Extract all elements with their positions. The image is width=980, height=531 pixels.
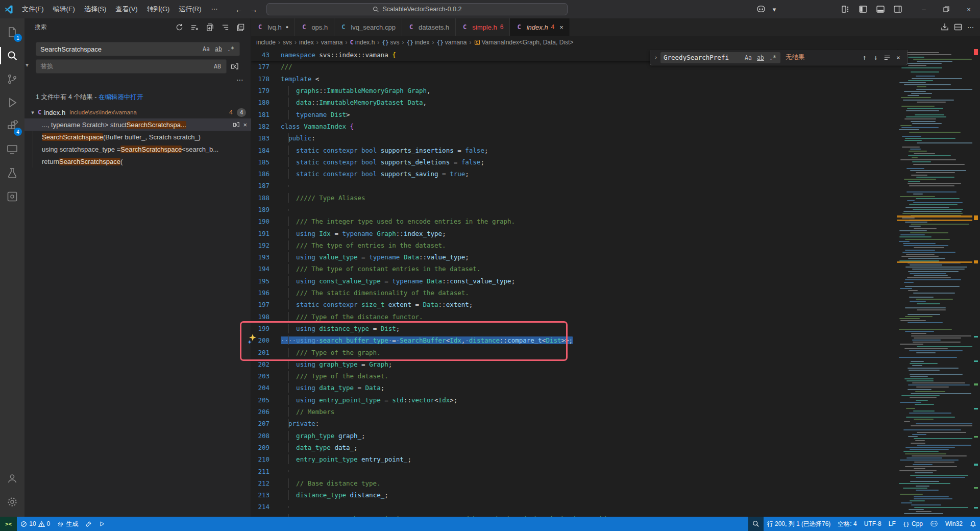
code-line[interactable]: 188 ///// Type Aliases [251,192,897,204]
clear-search-results-icon[interactable] [188,21,201,33]
find-previous-icon[interactable]: ↑ [859,52,870,63]
code-line[interactable]: 178template < [251,73,897,85]
code-line[interactable]: 193 using value_type = typename Data::va… [251,251,897,263]
customize-layout-icon[interactable] [838,3,853,16]
code-line[interactable]: 195 using const_value_type = typename Da… [251,275,897,287]
code-line[interactable]: 210 entry_point_type entry_point_; [251,453,897,465]
activity-item-tools[interactable] [0,185,24,208]
toggle-search-details-icon[interactable]: ⋯ [236,76,243,84]
code-line[interactable]: 206 // Members [251,406,897,418]
menu-item[interactable]: 选择(S) [80,3,111,16]
activity-item-testing[interactable] [0,161,24,185]
nav-forward-icon[interactable]: → [250,5,257,14]
copilot-icon[interactable] [753,3,769,16]
activity-item-run-debug[interactable] [0,91,24,114]
menu-item[interactable]: 编辑(E) [48,3,80,16]
find-whole-word-toggle[interactable]: ab [755,52,766,63]
code-line[interactable]: 192 /// The type of entries in the datas… [251,239,897,251]
menu-item[interactable]: 转到(G) [142,3,175,16]
breadcrumb-item[interactable]: include [256,39,276,46]
activity-item-extensions[interactable]: 4 [0,114,24,138]
zoom-indicator[interactable] [748,517,764,531]
activity-item-account[interactable] [0,467,24,490]
code-line[interactable]: 186 static constexpr bool supports_savin… [251,168,897,180]
split-editor-icon[interactable] [954,23,962,31]
remote-indicator[interactable]: >< [0,517,17,531]
menu-item[interactable]: 文件(F) [17,3,48,16]
breadcrumb-item[interactable]: {}index [407,39,430,46]
tab-lvq_search.cpp[interactable]: Clvq_search.cpp [334,18,402,36]
toggle-panel-icon[interactable] [873,3,888,16]
search-input[interactable]: SearchScratchspace Aa ab .* [36,42,240,56]
dismiss-match-icon[interactable]: × [243,121,247,129]
activity-item-search[interactable] [0,44,24,67]
breadcrumb-item[interactable]: Cindex.h [350,39,375,46]
code-line[interactable]: 190 /// The integer type used to encode … [251,215,897,227]
find-input[interactable]: GreedySearchPrefi Aa ab .* [660,52,780,63]
toggle-primary-sidebar-icon[interactable] [855,3,871,16]
language-mode[interactable]: {} Cpp [899,517,926,531]
code-line[interactable]: 213 distance_type distance_; [251,489,897,501]
breadcrumb-item[interactable]: index [299,39,314,46]
code-line[interactable]: 199 using distance_type = Dist; [251,323,897,334]
menu-item[interactable]: 查看(V) [111,3,142,16]
preserve-case-toggle[interactable]: AB [212,61,223,72]
view-as-tree-icon[interactable] [219,21,231,33]
nav-back-icon[interactable]: ← [235,5,242,14]
find-expand-icon[interactable]: › [652,54,659,61]
code-line[interactable]: 194 /// The type of constant entries in … [251,263,897,275]
search-result-row[interactable]: return SearchScratchspace( [24,155,251,167]
indentation[interactable]: 空格: 4 [834,517,860,531]
copilot-dropdown-icon[interactable]: ▾ [771,3,778,16]
more-actions-icon[interactable]: ⋯ [967,23,974,31]
search-result-row[interactable]: SearchScratchspace(Buffer buffer_, Scrat… [24,131,251,143]
find-in-selection-icon[interactable] [881,52,893,63]
encoding[interactable]: UTF-8 [861,517,885,531]
search-result-row[interactable]: using scratchspace_type = SearchScratchs… [24,143,251,155]
debug-target-button[interactable] [82,517,95,531]
code-line[interactable]: 198 /// Type of the distance functor. [251,311,897,323]
code-line[interactable]: 179 graphs::ImmutableMemoryGraph Graph, [251,85,897,96]
activity-item-settings[interactable] [0,490,24,514]
code-line[interactable]: 202 using graph_type = Graph; [251,358,897,370]
code-line[interactable]: 209 data_type data_; [251,442,897,453]
file-expand-icon[interactable]: ▾ [29,109,37,116]
search-result-row[interactable]: ..., typename Scratch> struct SearchScra… [24,118,251,131]
refresh-icon[interactable] [173,21,185,33]
code-line[interactable]: 214 [251,501,897,513]
code-line[interactable]: 182class VamanaIndex { [251,120,897,132]
breadcrumb-item[interactable]: svs [283,39,292,46]
toggle-secondary-sidebar-icon[interactable] [890,3,905,16]
code-line[interactable]: 211 [251,465,897,477]
problems-indicator[interactable]: 10 0 [17,517,54,531]
tab-close-icon[interactable]: × [559,23,564,31]
tab-simple.h[interactable]: Csimple.h6 [456,18,510,36]
breadcrumb-item[interactable]: vamana [321,39,343,46]
activity-item-explorer[interactable]: 1 [0,20,24,44]
replace-all-icon[interactable] [229,60,241,73]
code-line[interactable]: 201 /// Type of the graph. [251,346,897,358]
find-close-icon[interactable]: × [893,52,904,63]
run-file-icon[interactable] [941,23,949,31]
activity-item-remote-explorer[interactable] [0,138,24,161]
code-line[interactable]: 205 using entry_point_type = std::vector… [251,394,897,406]
code-line[interactable]: 215 // "prototype" because it is copy-co… [251,513,897,517]
code-line[interactable]: 181 typename Dist> [251,108,897,120]
find-next-icon[interactable]: ↓ [870,52,881,63]
code-line[interactable]: 185 static constexpr bool supports_delet… [251,156,897,168]
breadcrumb-item[interactable]: {}vamana [437,39,467,46]
code-line[interactable]: 191 using Idx = typename Graph::index_ty… [251,227,897,239]
replace-match-icon[interactable] [233,121,240,129]
code-line[interactable]: 197 static constexpr size_t extent = Dat… [251,299,897,310]
code-line[interactable]: 204 using data_type = Data; [251,382,897,394]
tab-index.h[interactable]: Cindex.h4× [510,18,570,36]
code-line[interactable]: 180 data::ImmutableMemoryDataset Data, [251,96,897,108]
cmake-build-button[interactable]: 生成 [54,517,82,531]
minimap[interactable] [897,49,972,517]
activity-item-source-control[interactable] [0,67,24,91]
breadcrumb-item[interactable]: {}svs [382,39,399,46]
code-line[interactable]: 212 // Base distance type. [251,477,897,489]
collapse-all-icon[interactable] [234,21,247,33]
code-line[interactable]: 184 static constexpr bool supports_inser… [251,144,897,156]
replace-input[interactable]: 替换 AB [36,59,227,74]
